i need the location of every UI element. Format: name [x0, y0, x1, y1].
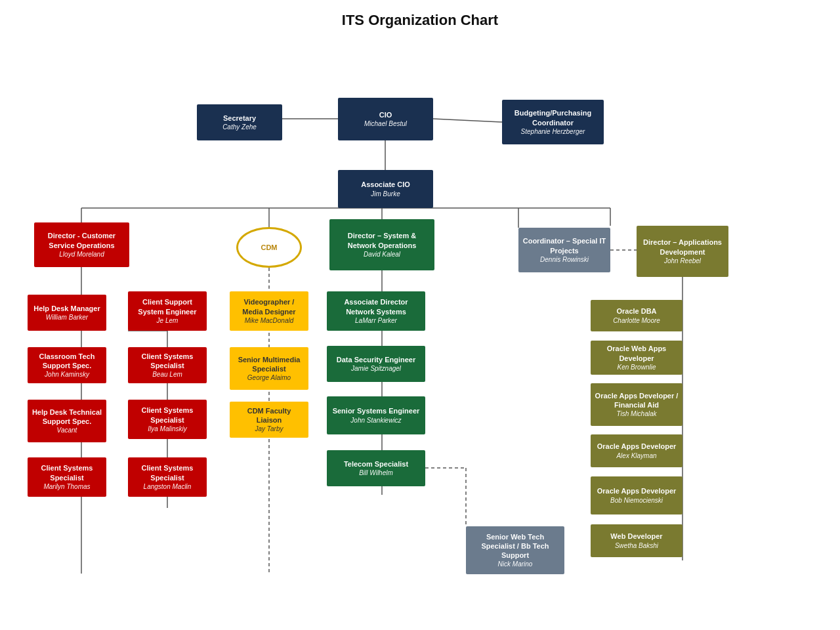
box-title-oracle_dba: Oracle DBA: [616, 306, 656, 316]
box-name-helpdesk_mgr: William Barker: [46, 313, 88, 322]
page-title: ITS Organization Chart: [0, 0, 840, 35]
box-cio: CIOMichael Bestul: [338, 98, 433, 140]
box-name-oracle_apps_bob: Bob Niemocienski: [610, 496, 663, 505]
box-title-dir_network: Director – System & Network Operations: [333, 231, 430, 250]
org-chart: CIOMichael BestulSecretaryCathy ZeheBudg…: [7, 35, 833, 630]
box-title-assoc_dir_network: Associate Director Network Systems: [331, 297, 421, 316]
box-title-budgeting: Budgeting/Purchasing Coordinator: [506, 108, 600, 127]
box-helpdesk_mgr: Help Desk ManagerWilliam Barker: [28, 295, 106, 331]
box-title-cdm_faculty: CDM Faculty Liaison: [234, 406, 304, 425]
box-title-cdm: CDM: [261, 243, 277, 252]
box-title-web_developer: Web Developer: [610, 532, 662, 541]
box-name-dir_apps: John Reebel: [664, 257, 701, 265]
box-oracle_apps_bob: Oracle Apps DeveloperBob Niemocienski: [591, 476, 682, 514]
box-oracle_dba: Oracle DBACharlotte Moore: [591, 300, 682, 331]
box-client_support_sys: Client Support System EngineerJe Lem: [128, 291, 207, 331]
box-title-senior_web_tech: Senior Web Tech Specialist / Bb Tech Sup…: [470, 532, 560, 560]
box-name-secretary: Cathy Zehe: [222, 123, 257, 131]
box-coordinator_special: Coordinator – Special IT ProjectsDennis …: [518, 228, 610, 272]
box-title-client_sys_langston: Client Systems Specialist: [132, 463, 203, 482]
box-title-helpdesk_tech: Help Desk Technical Support Spec.: [32, 408, 102, 427]
box-name-coordinator_special: Dennis Rowinski: [540, 255, 589, 264]
box-dir_apps: Director – Applications DevelopmentJohn …: [637, 226, 728, 277]
box-dir_network: Director – System & Network OperationsDa…: [329, 219, 434, 270]
svg-line-1: [433, 119, 502, 122]
box-web_developer: Web DeveloperSwetha Bakshi: [591, 524, 682, 557]
box-secretary: SecretaryCathy Zehe: [197, 104, 282, 140]
box-name-client_sys_marilyn: Marilyn Thomas: [43, 482, 90, 491]
box-videographer: Videographer / Media DesignerMike MacDon…: [230, 291, 308, 331]
box-title-data_security: Data Security Engineer: [337, 355, 415, 364]
box-name-data_security: Jamie Spitznagel: [351, 364, 401, 373]
box-title-oracle_apps_fin: Oracle Apps Developer / Financial Aid: [595, 391, 679, 410]
box-dir_customer: Director - Customer Service OperationsLl…: [34, 222, 129, 267]
box-client_sys_beau: Client Systems SpecialistBeau Lem: [128, 347, 207, 383]
box-senior_systems: Senior Systems EngineerJohn Stankiewicz: [327, 396, 425, 434]
box-senior_multimedia: Senior Multimedia SpecialistGeorge Alaim…: [230, 347, 308, 390]
box-name-videographer: Mike MacDonald: [245, 316, 293, 325]
box-title-client_sys_ilya: Client Systems Specialist: [132, 406, 203, 425]
box-title-oracle_apps_bob: Oracle Apps Developer: [597, 486, 677, 495]
box-client_sys_marilyn: Client Systems SpecialistMarilyn Thomas: [28, 457, 106, 497]
box-budgeting: Budgeting/Purchasing CoordinatorStephani…: [502, 100, 604, 144]
box-title-client_sys_marilyn: Client Systems Specialist: [32, 463, 102, 482]
box-name-oracle_apps_alex: Alex Klayman: [616, 452, 656, 460]
box-telecom: Telecom SpecialistBill Wilhelm: [327, 450, 425, 486]
box-title-senior_multimedia: Senior Multimedia Specialist: [234, 355, 304, 374]
box-senior_web_tech: Senior Web Tech Specialist / Bb Tech Sup…: [466, 526, 564, 574]
box-title-dir_customer: Director - Customer Service Operations: [38, 231, 125, 250]
box-name-budgeting: Stephanie Herzberger: [521, 127, 585, 136]
box-assoc_dir_network: Associate Director Network SystemsLaMarr…: [327, 291, 425, 331]
box-cdm: CDM: [236, 227, 302, 268]
box-data_security: Data Security EngineerJamie Spitznagel: [327, 346, 425, 382]
box-name-oracle_apps_fin: Tish Michalak: [616, 410, 656, 418]
box-classroom_tech: Classroom Tech Support Spec.John Kaminsk…: [28, 347, 106, 383]
box-name-telecom: Bill Wilhelm: [359, 469, 393, 477]
box-name-client_sys_ilya: Ilya Malinskiy: [148, 425, 186, 433]
box-title-coordinator_special: Coordinator – Special IT Projects: [522, 236, 606, 255]
box-title-assoc_cio: Associate CIO: [361, 180, 410, 189]
box-title-helpdesk_mgr: Help Desk Manager: [33, 304, 100, 313]
box-oracle_apps_alex: Oracle Apps DeveloperAlex Klayman: [591, 434, 682, 467]
box-title-classroom_tech: Classroom Tech Support Spec.: [32, 352, 102, 371]
box-name-dir_network: David Kaleal: [364, 250, 400, 259]
box-title-dir_apps: Director – Applications Development: [640, 238, 724, 257]
box-title-videographer: Videographer / Media Designer: [234, 297, 304, 316]
box-oracle_apps_fin: Oracle Apps Developer / Financial AidTis…: [591, 383, 682, 426]
box-title-cio: CIO: [379, 110, 392, 119]
box-name-senior_multimedia: George Alaimo: [247, 373, 291, 382]
box-client_sys_langston: Client Systems SpecialistLangston Maclin: [128, 457, 207, 497]
box-title-secretary: Secretary: [223, 114, 256, 123]
box-name-senior_web_tech: Nick Marino: [498, 560, 533, 568]
box-title-client_support_sys: Client Support System Engineer: [132, 297, 203, 316]
box-name-helpdesk_tech: Vacant: [57, 426, 77, 434]
box-name-web_developer: Swetha Bakshi: [615, 541, 658, 550]
box-name-oracle_dba: Charlotte Moore: [613, 316, 660, 325]
box-name-classroom_tech: John Kaminsky: [45, 370, 89, 379]
box-name-client_sys_langston: Langston Maclin: [144, 482, 192, 491]
box-title-telecom: Telecom Specialist: [344, 459, 408, 469]
box-name-assoc_cio: Jim Burke: [371, 190, 400, 198]
box-helpdesk_tech: Help Desk Technical Support Spec.Vacant: [28, 400, 106, 442]
box-title-oracle_apps_alex: Oracle Apps Developer: [597, 442, 677, 451]
box-name-client_sys_beau: Beau Lem: [152, 370, 182, 379]
box-name-cdm_faculty: Jay Tarby: [255, 425, 284, 433]
box-title-senior_systems: Senior Systems Engineer: [333, 406, 420, 415]
box-name-assoc_dir_network: LaMarr Parker: [355, 316, 397, 325]
box-client_sys_ilya: Client Systems SpecialistIlya Malinskiy: [128, 400, 207, 439]
box-name-dir_customer: Lloyd Moreland: [59, 250, 104, 259]
box-name-oracle_webapp: Ken Brownlie: [618, 363, 656, 371]
box-name-cio: Michael Bestul: [364, 119, 407, 128]
box-title-client_sys_beau: Client Systems Specialist: [132, 352, 203, 371]
box-oracle_webapp: Oracle Web Apps DeveloperKen Brownlie: [591, 341, 682, 375]
box-name-client_support_sys: Je Lem: [157, 316, 178, 325]
box-name-senior_systems: John Stankiewicz: [350, 416, 401, 425]
box-cdm_faculty: CDM Faculty LiaisonJay Tarby: [230, 402, 308, 438]
box-title-oracle_webapp: Oracle Web Apps Developer: [595, 344, 679, 363]
box-assoc_cio: Associate CIOJim Burke: [338, 170, 433, 208]
